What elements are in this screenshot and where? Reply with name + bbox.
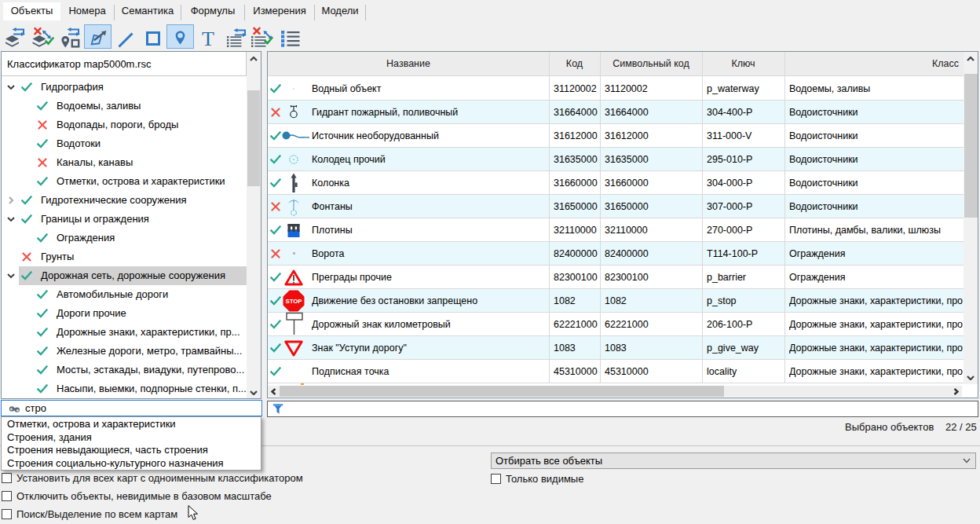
- svg-text:STOP: STOP: [285, 298, 302, 305]
- svg-text:T: T: [202, 29, 214, 49]
